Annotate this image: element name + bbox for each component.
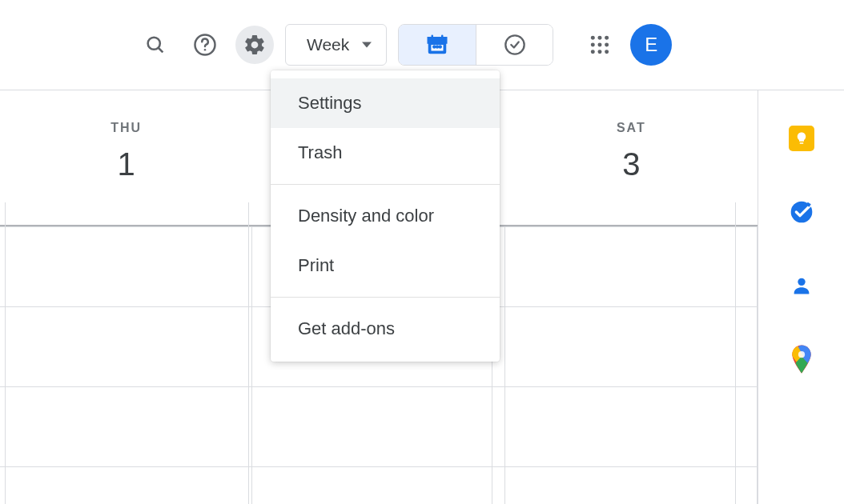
help-button[interactable] — [186, 26, 224, 64]
svg-point-0 — [148, 38, 160, 50]
chevron-down-icon — [362, 40, 372, 50]
avatar-letter: E — [645, 34, 657, 56]
settings-dropdown: Settings Trash Density and color Print G… — [271, 70, 500, 362]
menu-item-addons[interactable]: Get add-ons — [271, 304, 500, 354]
svg-point-14 — [598, 36, 602, 40]
svg-point-20 — [598, 50, 602, 54]
view-label: Week — [307, 35, 349, 54]
svg-point-10 — [436, 46, 438, 48]
tasks-toggle[interactable] — [476, 25, 553, 65]
person-icon — [790, 274, 813, 297]
day-name: SAT — [505, 121, 758, 135]
svg-point-12 — [505, 35, 524, 54]
settings-button[interactable] — [235, 26, 274, 64]
svg-point-17 — [598, 43, 602, 47]
apps-grid-icon — [589, 34, 610, 55]
svg-point-21 — [605, 50, 609, 54]
svg-point-15 — [605, 36, 609, 40]
menu-divider — [271, 184, 500, 185]
toggle-group — [398, 24, 553, 66]
svg-point-16 — [591, 43, 595, 47]
side-panel — [758, 90, 844, 504]
day-column-sat[interactable]: SAT 3 — [505, 90, 758, 225]
avatar[interactable]: E — [630, 24, 672, 66]
menu-item-trash[interactable]: Trash — [271, 128, 500, 178]
menu-item-print[interactable]: Print — [271, 241, 500, 290]
maps-app[interactable] — [787, 345, 816, 374]
svg-point-11 — [440, 46, 441, 48]
svg-point-3 — [204, 49, 207, 51]
search-icon — [144, 34, 167, 56]
svg-point-19 — [591, 50, 595, 54]
svg-line-1 — [159, 48, 163, 53]
svg-rect-5 — [428, 38, 447, 42]
day-num: 3 — [505, 146, 758, 182]
help-icon — [193, 33, 217, 57]
menu-item-density[interactable]: Density and color — [271, 191, 500, 241]
grid-row[interactable] — [0, 466, 758, 504]
search-button[interactable] — [136, 26, 175, 64]
svg-point-23 — [798, 278, 805, 286]
calendar-icon — [425, 33, 449, 57]
svg-point-18 — [605, 43, 609, 47]
calendar-toggle[interactable] — [399, 25, 476, 65]
view-selector[interactable]: Week — [285, 24, 387, 66]
gear-icon — [243, 33, 267, 57]
contacts-app[interactable] — [787, 271, 816, 300]
day-num: 1 — [0, 146, 252, 182]
check-circle-icon — [504, 34, 526, 56]
menu-divider — [271, 297, 500, 298]
maps-pin-icon — [790, 345, 813, 374]
day-name: THU — [0, 121, 252, 135]
grid-row[interactable] — [0, 386, 758, 466]
tasks-icon — [789, 199, 814, 225]
svg-point-24 — [798, 351, 804, 358]
keep-app[interactable] — [787, 124, 816, 153]
apps-button[interactable] — [581, 26, 619, 64]
tasks-app[interactable] — [787, 198, 816, 226]
keep-icon — [789, 126, 814, 151]
svg-point-9 — [434, 46, 436, 48]
menu-item-settings[interactable]: Settings — [271, 78, 500, 128]
day-column-thu[interactable]: THU 1 — [0, 90, 252, 225]
svg-point-13 — [591, 36, 595, 40]
